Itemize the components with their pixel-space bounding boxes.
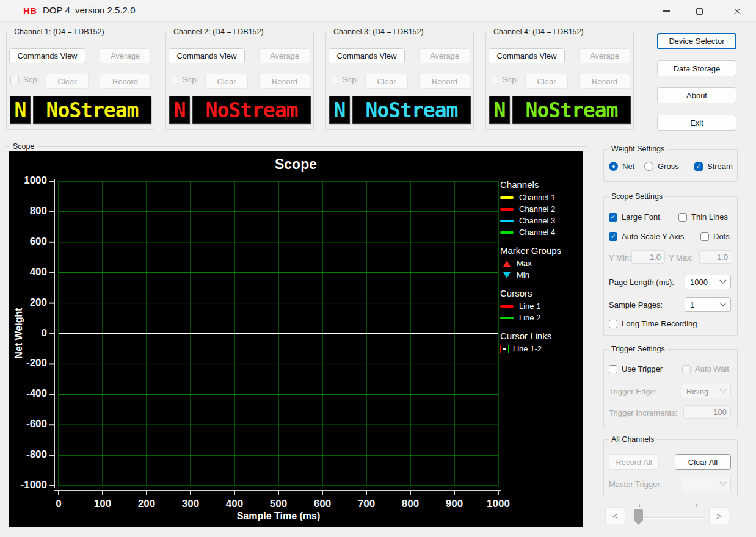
all-channels-group: All Channels Record All Clear All Master… [603,439,738,497]
close-button[interactable] [723,0,751,22]
x-tick-label: 1000 [476,498,520,510]
legend-item: Line 2 [500,312,582,323]
y-tick-label: -800 [9,449,47,461]
sample-pages-value: 1 [690,300,694,309]
thin-lines-label: Thin Lines [691,212,728,222]
dots-checkbox-row[interactable]: Dots [700,232,730,241]
channel-3-clear-button: Clear [365,74,408,89]
channel-4-clear-button: Clear [525,74,568,89]
x-tick-label: 600 [300,498,344,510]
stream-checkbox-label: Stream [707,162,733,171]
scroll-right-button[interactable]: > [709,507,729,524]
channel-4-record-button: Record [579,74,630,89]
page-length-label: Page Length (ms): [609,278,674,287]
thin-lines-checkbox [678,213,687,222]
scope-grid [9,151,583,527]
channel-1-commands-view-button[interactable]: Commands View [9,48,85,63]
x-tick-label: 800 [388,498,432,510]
dots-label: Dots [713,232,730,241]
data-storage-button[interactable]: Data Storage [657,60,736,76]
sample-pages-label: Sample Pages: [609,300,663,309]
auto-wait-label: Auto Wait [695,364,729,373]
channel-2-scope-checkbox [170,76,178,84]
use-trigger-checkbox-row[interactable]: Use Trigger [609,364,663,373]
large-font-checkbox [609,213,617,222]
channel-4-scope-checkbox-label: Scp. [503,75,518,84]
min-marker-icon [503,272,511,278]
channel-3-status-indicator: N [329,96,350,124]
maximize-button[interactable] [685,0,713,22]
cursor-link-icon [500,345,509,353]
channel-2-scope-checkbox-row[interactable]: Scp. [170,75,198,84]
legend-item-label: Line 1-2 [513,344,542,353]
about-button[interactable]: About [657,87,736,103]
minimize-button[interactable] [652,0,680,22]
legend-item: Channel 1 [500,192,582,203]
x-tick-label: 200 [125,498,169,510]
legend-item: Channel 3 [500,215,582,226]
channel-3-record-button: Record [419,74,470,89]
channel-2-group-title: Channel 2: (D4 = LDB152) [171,27,266,37]
auto-scale-checkbox-row[interactable]: Auto Scale Y Axis [609,232,684,241]
large-font-checkbox-row[interactable]: Large Font [609,212,660,222]
channel-3-commands-view-button[interactable]: Commands View [329,48,405,63]
legend-line-swatch [500,231,514,234]
channel-4-stream-status: NoStream [512,96,631,124]
close-icon [733,7,741,15]
y-axis-label: Net Weight [13,272,24,394]
page-slider-thumb[interactable] [634,509,643,525]
legend-line-swatch [500,196,514,199]
page-length-dropdown[interactable]: 1000 [685,275,731,289]
y-tick-label: 600 [9,236,47,248]
legend-item: Min [500,269,582,281]
x-tick-label: 300 [169,498,213,510]
channel-3-group-title: Channel 3: (D4 = LDB152) [331,27,426,37]
use-trigger-checkbox [609,365,617,373]
thin-lines-checkbox-row[interactable]: Thin Lines [678,212,728,222]
trigger-increments-label: Trigger Increments: [609,408,677,417]
channel-4-average-button: Average [579,48,630,63]
y-max-label: Y Max: [669,253,693,262]
channel-2-clear-button: Clear [205,74,248,89]
y-tick-label: 800 [9,205,47,217]
legend-line-swatch [500,305,514,308]
all-channels-title: All Channels [609,435,656,444]
long-time-recording-checkbox-row[interactable]: Long Time Recording [609,319,697,328]
legend-group-header: Cursor Links [500,331,582,341]
x-tick-label: 500 [256,498,300,510]
gross-radio [644,162,653,171]
master-trigger-label: Master Trigger: [609,480,662,489]
channel-1-group-title: Channel 1: (D4 = LDB152) [12,27,107,37]
stream-checkbox-row[interactable]: Stream [694,162,733,171]
trigger-settings-title: Trigger Settings [609,345,667,354]
scope-group-title: Scope [10,142,37,151]
scroll-left-button[interactable]: < [605,507,625,524]
channel-4-scope-checkbox [490,76,498,84]
channel-3-stream-status: NoStream [352,96,471,124]
channel-1-scope-checkbox-row[interactable]: Scp. [10,75,39,84]
gross-radio-row[interactable]: Gross [644,162,679,171]
legend-line-swatch [500,208,514,211]
x-tick-label: 400 [213,498,256,510]
channel-2-commands-view-button[interactable]: Commands View [169,48,245,63]
auto-scale-y-axis-label: Auto Scale Y Axis [622,232,684,241]
channel-4-commands-view-button[interactable]: Commands View [489,48,565,63]
net-radio-row[interactable]: Net [609,162,634,171]
exit-button[interactable]: Exit [657,115,736,131]
x-axis-label: Sample Time (ms) [59,511,498,522]
channel-3-scope-checkbox-row[interactable]: Scp. [330,75,358,84]
device-selector-button[interactable]: Device Selector [657,33,736,49]
channel-1-record-button: Record [100,74,151,89]
clear-all-button[interactable]: Clear All [675,454,731,470]
channel-4-scope-checkbox-row[interactable]: Scp. [490,75,518,84]
gross-radio-label: Gross [658,162,679,171]
channel-1-status-indicator: N [10,96,31,124]
scope-canvas[interactable]: Scope 10008006004002000-200-400-600-800-… [9,151,583,527]
channel-3-scope-checkbox-label: Scp. [343,75,358,84]
auto-wait-checkbox [682,365,691,373]
channel-4-group: Channel 4: (D4 = LDB152) Commands View A… [485,32,634,130]
y-min-field [631,250,665,264]
sample-pages-dropdown[interactable]: 1 [685,297,731,312]
channel-1-clear-button: Clear [46,74,89,89]
legend-item: Channel 2 [500,203,582,215]
